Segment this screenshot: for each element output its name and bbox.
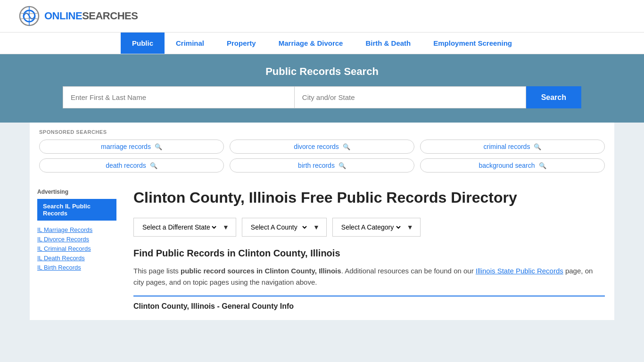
search-bar: Search xyxy=(63,86,581,108)
search-tags-row-2: death records 🔍 birth records 🔍 backgrou… xyxy=(39,158,605,173)
tag-marriage-label: marriage records xyxy=(101,143,151,150)
section-title: Find Public Records in Clinton County, I… xyxy=(133,248,605,259)
description-paragraph: This page lists public record sources in… xyxy=(133,265,605,288)
dropdown-chevron-1: ▼ xyxy=(223,223,229,231)
main-content: Clinton County, Illinois Free Public Rec… xyxy=(124,179,614,320)
il-state-link[interactable]: Illinois State Public Records xyxy=(476,267,563,275)
dropdown-chevron-3: ▼ xyxy=(407,223,413,231)
hero-banner: Public Records Search Search xyxy=(0,54,644,123)
tag-death-records[interactable]: death records 🔍 xyxy=(39,158,224,173)
tag-death-label: death records xyxy=(106,162,146,169)
name-input[interactable] xyxy=(63,86,294,108)
page-title: Clinton County, Illinois Free Public Rec… xyxy=(133,189,605,206)
sidebar-ad-button[interactable]: Search IL Public Records xyxy=(37,199,116,221)
category-dropdown-wrapper: Select A Category ▼ xyxy=(332,218,421,237)
search-icon-4: 🔍 xyxy=(150,162,157,169)
sidebar-link-criminal[interactable]: IL Criminal Records xyxy=(37,245,116,252)
tag-background-label: background search xyxy=(479,162,535,169)
tag-birth-label: birth records xyxy=(298,162,335,169)
header: ONLINE SEARCHES xyxy=(0,0,644,33)
search-icon-2: 🔍 xyxy=(343,143,350,150)
location-input[interactable] xyxy=(294,86,526,108)
logo-icon xyxy=(19,6,40,26)
body-layout: Advertising Search IL Public Records IL … xyxy=(30,179,614,320)
county-dropdown[interactable]: Select A County xyxy=(249,223,308,231)
search-icon-5: 🔍 xyxy=(339,162,346,169)
dropdown-chevron-2: ▼ xyxy=(313,223,320,231)
search-icon-3: 🔍 xyxy=(534,143,541,150)
nav-item-birth-death[interactable]: Birth & Death xyxy=(354,33,422,54)
search-tags-row-1: marriage records 🔍 divorce records 🔍 cri… xyxy=(39,140,605,154)
tag-criminal-records[interactable]: criminal records 🔍 xyxy=(420,140,605,154)
hero-title: Public Records Search xyxy=(19,66,625,78)
hero-content: Public Records Search Search xyxy=(0,54,644,123)
state-dropdown-wrapper: Select a Different State ▼ xyxy=(133,218,236,237)
sidebar: Advertising Search IL Public Records IL … xyxy=(30,179,124,320)
section-divider xyxy=(133,296,605,296)
search-icon-1: 🔍 xyxy=(155,143,162,150)
sponsored-section: SPONSORED SEARCHES marriage records 🔍 di… xyxy=(30,123,614,179)
nav-item-criminal[interactable]: Criminal xyxy=(165,33,215,54)
tag-birth-records[interactable]: birth records 🔍 xyxy=(230,158,414,173)
sidebar-link-birth[interactable]: IL Birth Records xyxy=(37,264,116,271)
dropdowns-row: Select a Different State ▼ Select A Coun… xyxy=(133,218,605,237)
desc-start: This page lists xyxy=(133,267,181,275)
desc-end: . Additional resources can be found on o… xyxy=(341,267,476,275)
tag-background-search[interactable]: background search 🔍 xyxy=(420,158,605,173)
main-nav: Public Criminal Property Marriage & Divo… xyxy=(0,33,644,54)
tag-criminal-label: criminal records xyxy=(484,143,530,150)
nav-item-marriage-divorce[interactable]: Marriage & Divorce xyxy=(267,33,355,54)
tag-divorce-label: divorce records xyxy=(294,143,339,150)
tag-marriage-records[interactable]: marriage records 🔍 xyxy=(39,140,224,154)
county-info-label: Clinton County, Illinois - General Count… xyxy=(133,302,605,311)
sidebar-link-divorce[interactable]: IL Divorce Records xyxy=(37,236,116,243)
category-dropdown[interactable]: Select A Category xyxy=(339,223,402,231)
search-button[interactable]: Search xyxy=(526,86,581,108)
sponsored-label: SPONSORED SEARCHES xyxy=(39,129,605,135)
sidebar-link-marriage[interactable]: IL Marriage Records xyxy=(37,226,116,233)
county-dropdown-wrapper: Select A County ▼ xyxy=(242,218,327,237)
logo-online: ONLINE xyxy=(44,10,82,22)
search-icon-6: 🔍 xyxy=(539,162,546,169)
state-dropdown[interactable]: Select a Different State xyxy=(140,223,218,231)
sidebar-link-death[interactable]: IL Death Records xyxy=(37,255,116,262)
logo-searches: SEARCHES xyxy=(82,10,138,22)
nav-item-public[interactable]: Public xyxy=(121,33,165,54)
desc-bold: public record sources in Clinton County,… xyxy=(181,267,341,275)
sidebar-ad-label: Advertising xyxy=(37,189,116,195)
nav-item-employment[interactable]: Employment Screening xyxy=(422,33,523,54)
nav-item-property[interactable]: Property xyxy=(215,33,267,54)
logo-text: ONLINE SEARCHES xyxy=(44,10,138,22)
page-content: Clinton County, Illinois Free Public Rec… xyxy=(133,179,605,320)
tag-divorce-records[interactable]: divorce records 🔍 xyxy=(230,140,414,154)
logo-area: ONLINE SEARCHES xyxy=(19,6,138,26)
